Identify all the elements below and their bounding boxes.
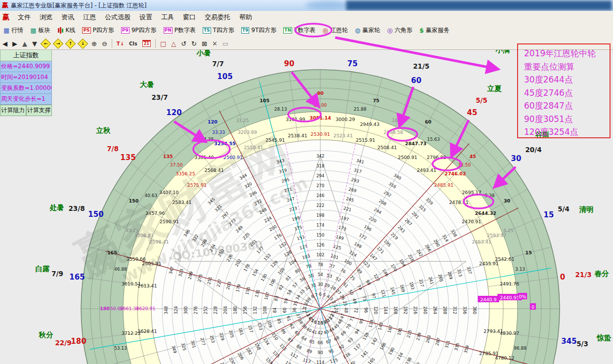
degree-label: 0 — [560, 273, 565, 282]
toolbar-button-赢家轮[interactable]: ◍赢家轮 — [351, 25, 384, 36]
toolbar-button-赢家服务[interactable]: $赢家服务 — [416, 25, 453, 36]
shrink-icon[interactable]: ✕ — [210, 40, 220, 48]
hexagon-icon: ◎ — [387, 27, 393, 34]
menu-item-0[interactable]: 文件 — [13, 11, 35, 23]
toolbar-button-P四方形[interactable]: PSP四方形 — [79, 25, 117, 36]
toolbar-label: T数字表 — [294, 26, 315, 35]
main-toolbar: ▦行情▩板块K线PSP四方形P99P四方形PNP数字表TST四方形T99T四方形… — [0, 23, 613, 38]
tn-icon: TN — [283, 27, 292, 34]
candles-icon — [57, 27, 64, 34]
rotate-right-icon[interactable]: ▼ — [30, 40, 40, 48]
toolbar-button-江恩轮[interactable]: ◎江恩轮 — [319, 25, 351, 36]
toolbar-separator — [112, 39, 112, 48]
spiral-number: 66 — [318, 340, 323, 345]
ring-value: 2847.73 — [405, 141, 426, 146]
ring-value: 2796.88 — [427, 155, 446, 160]
degree-label: 135 — [120, 153, 135, 162]
spiral-number: 294 — [316, 173, 324, 178]
box-x-icon[interactable]: ⊠ — [199, 40, 210, 48]
spiral-number: 264 — [433, 306, 438, 314]
spiral-number: 84 — [272, 308, 277, 313]
spiral-number: 336 — [462, 306, 467, 314]
degree-label: 30 — [511, 154, 522, 163]
ring-value: 3254.55 — [214, 141, 235, 146]
pn-icon: PN — [164, 27, 173, 34]
zoom-in-icon[interactable]: ⊕ — [89, 40, 99, 48]
spiral-number: 114 — [316, 360, 324, 364]
square-tool-icon[interactable]: □ — [158, 40, 169, 48]
calc-button-0[interactable]: 计算阻力 — [0, 105, 26, 116]
ring-value: 180 — [100, 306, 110, 311]
pan-up-icon[interactable]: ↑ — [64, 40, 77, 48]
menu-item-1[interactable]: 浏览 — [35, 11, 57, 23]
screen-icon[interactable]: ▭ — [220, 40, 231, 48]
triangle-tool-icon[interactable]: △ — [169, 40, 178, 48]
zoom-out-icon[interactable]: ⊖ — [99, 40, 110, 48]
toolbar-label: P数字表 — [175, 26, 196, 35]
degree-label: 60 — [411, 76, 422, 85]
toolbar-button-六角形[interactable]: ◎六角形 — [384, 25, 416, 36]
ring-value: 2500.91 — [398, 155, 417, 160]
date-label: 5/5 — [476, 96, 487, 104]
time-axis-icon[interactable]: T↓ — [114, 40, 127, 47]
ring-value: 2493.41 — [417, 167, 436, 173]
spiral-number: 126 — [316, 243, 324, 247]
rotate-left-icon[interactable]: ▲ — [20, 40, 30, 48]
degree-label: 45 — [467, 108, 478, 117]
ring-value: 2463.41 — [472, 239, 491, 244]
ts-icon: TS — [203, 27, 211, 34]
menu-item-5[interactable]: 设置 — [135, 11, 157, 23]
solar-term-label: 大暑 — [140, 81, 154, 88]
ring-value: 50.00 — [110, 306, 123, 311]
pan-right-icon[interactable]: → — [52, 40, 64, 48]
toolbar-button-行情[interactable]: ▦行情 — [0, 25, 27, 36]
toolbar-button-T四方形[interactable]: TST四方形 — [199, 25, 238, 36]
dollar-icon: $ — [419, 27, 424, 34]
pan-left-icon[interactable]: ← — [40, 40, 52, 48]
ring-value: 2538.41 — [288, 133, 307, 138]
ring-value: 2508.41 — [377, 145, 396, 150]
annotation-line-1: 重要点位测算 — [524, 60, 610, 74]
menu-item-9[interactable]: 帮助 — [235, 11, 257, 23]
menu-item-6[interactable]: 工具 — [157, 11, 178, 23]
menu-logo-icon: 赢 — [2, 13, 9, 22]
info-row-3: 周天变化步长=1 — [0, 94, 52, 105]
toolbar-button-P数字表[interactable]: PNP数字表 — [160, 25, 199, 36]
ring-value: 2530.91 — [310, 131, 330, 137]
menu-item-8[interactable]: 交易委托 — [200, 11, 235, 23]
spiral-number: 288 — [442, 306, 447, 314]
toolbar-button-T数字表[interactable]: TNT数字表 — [280, 25, 319, 36]
calc-button-1[interactable]: 计算支撑 — [26, 105, 52, 116]
annotation-line-5: 90度3051点 — [524, 113, 610, 126]
spiral-number: 240 — [423, 306, 428, 314]
spiral-number: 246 — [316, 193, 324, 198]
spiral-number: 120 — [373, 306, 378, 314]
menu-item-2[interactable]: 资讯 — [57, 11, 79, 23]
toolbar-button-9P四方形[interactable]: P99P四方形 — [118, 25, 160, 36]
spiral-number: 24 — [334, 308, 339, 313]
rotate-ccw-icon[interactable]: ↺ — [178, 40, 189, 48]
spiral-number: 222 — [316, 203, 324, 208]
toolbar-label: 板块 — [39, 26, 50, 35]
ring-value: 2523.41 — [333, 133, 352, 138]
menu-item-7[interactable]: 窗口 — [178, 11, 200, 23]
solar-term-label: 小暑 — [196, 49, 211, 57]
toolbar-button-9T四方形[interactable]: T99T四方形 — [238, 25, 280, 36]
toolbar-button-板块[interactable]: ▩板块 — [27, 25, 53, 36]
ring-value: 2695.17 — [462, 190, 482, 195]
annotation-box: 2019年江恩轮中轮重要点位测算30度2644点45度2746点60度2847点… — [517, 43, 611, 138]
spiral-number: 174 — [316, 223, 324, 228]
calendar-icon[interactable]: 21 — [140, 40, 153, 47]
menu-item-4[interactable]: 公式选股 — [100, 11, 135, 23]
toolbar-button-K线[interactable]: K线 — [54, 25, 79, 36]
pan-down-icon[interactable]: ↓ — [77, 40, 89, 48]
back-icon[interactable]: ◀ — [0, 40, 10, 48]
forward-icon[interactable]: ▶ — [10, 40, 20, 48]
ring-value: 3.13 — [515, 267, 525, 272]
date-label: 22/9 — [55, 339, 71, 347]
ring-value: 2593.47 — [487, 233, 506, 238]
solar-term-label: 清明 — [579, 205, 594, 213]
menu-item-3[interactable]: 江恩 — [79, 11, 100, 23]
rotate-cw-icon[interactable]: ↻ — [189, 40, 199, 48]
cls-icon[interactable]: Cls — [127, 40, 140, 47]
